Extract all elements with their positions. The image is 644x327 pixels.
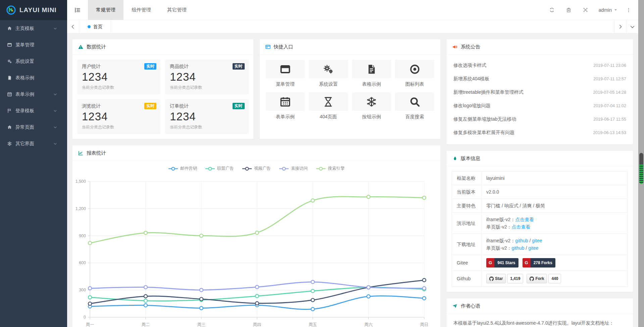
scrollbar-thumb[interactable] — [639, 153, 643, 184]
stat-box-2[interactable]: 浏览统计1234当前分类总记录数实时 — [77, 99, 160, 134]
version-link[interactable]: 点击查看 — [511, 224, 530, 230]
svg-text:900: 900 — [79, 234, 86, 238]
shortcut-4[interactable]: 表单示例 — [266, 92, 305, 120]
version-link[interactable]: github — [515, 238, 528, 243]
svg-text:600: 600 — [79, 260, 86, 265]
caret-down-icon — [614, 8, 617, 12]
shortcut-2[interactable]: 表格示例 — [352, 60, 391, 87]
window-icon — [280, 64, 291, 75]
github-fork-button[interactable]: Fork — [527, 274, 547, 283]
version-link[interactable]: github — [511, 245, 524, 251]
announcement-row-0[interactable]: 修改选项卡样式2019-07-11 23:06 — [453, 59, 626, 72]
top-nav-item-0[interactable]: 常规管理 — [88, 0, 123, 20]
stat-box-0[interactable]: 用户统计1234当前分类总记录数实时 — [77, 59, 160, 94]
file-icon — [7, 75, 12, 80]
shortcut-5[interactable]: 404页面 — [309, 92, 348, 120]
snowflake-icon — [7, 141, 12, 146]
octocat-icon — [530, 277, 534, 281]
svg-text:300: 300 — [79, 288, 86, 292]
snowflake-icon — [366, 96, 377, 108]
realtime-badge: 实时 — [144, 103, 156, 109]
tabs-scroll-right-button[interactable] — [614, 20, 626, 33]
card-window-icon — [265, 44, 271, 50]
sidebar: 主页模板菜单管理系统设置表格示例表单示例登录模板异常页面其它界面 — [0, 20, 67, 327]
version-row-0: 框架名称layuimini — [452, 171, 628, 185]
sidebar-item-2[interactable]: 系统设置 — [0, 53, 67, 70]
version-link[interactable]: gitee — [532, 238, 542, 243]
topbar: 常规管理组件管理其它管理 admin — [67, 0, 638, 20]
announcement-row-5[interactable]: 修复多模块菜单栏展开有问题2019-06-13 14:53 — [453, 126, 626, 139]
panel-version-info: 版本信息 框架名称layuimini当前版本v2.0.0主要特色零门槛 / 响应… — [446, 151, 633, 292]
shortcut-1[interactable]: 系统设置 — [309, 60, 348, 87]
announcement-row-1[interactable]: 新增系统404模板2019-07-11 12:57 — [453, 72, 626, 86]
tab-label: 首页 — [93, 24, 103, 30]
announcement-row-2[interactable]: 新增treetable插件和菜单管理样式2019-07-05 14:28 — [453, 86, 626, 99]
github-count[interactable]: 440 — [548, 274, 561, 283]
svg-text:0: 0 — [84, 315, 86, 320]
top-nav-item-2[interactable]: 其它管理 — [159, 0, 195, 20]
window-icon — [7, 42, 12, 47]
gitee-badge[interactable]: G941 Stars — [486, 258, 518, 268]
announcement-row-4[interactable]: 修复左侧菜单缩放tab无法移动2019-06-17 11:55 — [453, 113, 626, 126]
sidebar-item-6[interactable]: 异常页面 — [0, 119, 67, 135]
sidebar-item-7[interactable]: 其它界面 — [0, 135, 67, 152]
user-menu[interactable]: admin — [595, 7, 621, 13]
line-chart-icon — [78, 150, 84, 156]
legend-item-0[interactable]: 邮件营销 — [168, 166, 197, 171]
github-count[interactable]: 1,419 — [507, 274, 523, 283]
stat-box-3[interactable]: 订单统计1234当前分类总记录数实时 — [165, 99, 248, 134]
top-nav: 常规管理组件管理其它管理 — [88, 0, 195, 20]
more-menu-button[interactable] — [624, 0, 634, 20]
clear-cache-button[interactable] — [562, 0, 576, 20]
realtime-badge: 实时 — [233, 63, 245, 70]
panel-shortcuts: 快捷入口 菜单管理系统设置表格示例图标列表表单示例404页面按钮示例百度搜索 — [259, 39, 441, 139]
sidebar-item-3[interactable]: 表格示例 — [0, 70, 67, 86]
realtime-badge: 实时 — [144, 63, 156, 70]
sidebar-item-0[interactable]: 主页模板 — [0, 20, 67, 37]
flag-icon — [7, 108, 12, 113]
svg-text:周二: 周二 — [142, 322, 150, 327]
sidebar-item-5[interactable]: 登录模板 — [0, 103, 67, 119]
tabs-menu-button[interactable] — [626, 20, 638, 33]
panel-title: 版本信息 — [461, 155, 480, 162]
home-icon — [7, 125, 12, 130]
version-row-5: GiteeG941 StarsG278 Forks — [452, 255, 628, 271]
svg-text:周五: 周五 — [309, 322, 317, 327]
tabs-scroll-left-button[interactable] — [67, 20, 79, 33]
legend-item-3[interactable]: 直接访问 — [279, 166, 308, 171]
version-link[interactable]: 点击查看 — [515, 217, 534, 222]
legend-item-2[interactable]: 视频广告 — [242, 166, 271, 171]
announcement-row-3[interactable]: 修改logo缩放问题2019-07-04 11:02 — [453, 99, 626, 113]
chart-legend: 邮件营销联盟广告视频广告直接访问搜索引擎 — [72, 161, 440, 172]
bullhorn-icon — [452, 44, 458, 50]
svg-text:周日: 周日 — [420, 322, 429, 327]
legend-item-4[interactable]: 搜索引擎 — [316, 166, 345, 171]
sidebar-item-4[interactable]: 表单示例 — [0, 86, 67, 103]
refresh-button[interactable] — [545, 0, 559, 20]
active-tab-dot-icon — [88, 25, 91, 28]
line-chart: 03006009001,2001,500周一周二周三周四周五周六周日 — [72, 172, 440, 327]
panel-announcements: 系统公告 修改选项卡样式2019-07-11 23:06新增系统404模板201… — [446, 39, 633, 145]
version-link[interactable]: gitee — [528, 245, 538, 251]
shortcut-3[interactable]: 图标列表 — [395, 60, 434, 87]
app-logo[interactable]: LAYUI MINI — [0, 0, 67, 20]
sidebar-collapse-button[interactable] — [67, 0, 88, 20]
tab-home[interactable]: 首页 — [79, 20, 111, 33]
panel-title: 系统公告 — [461, 44, 480, 50]
shortcut-6[interactable]: 按钮示例 — [352, 92, 391, 120]
shortcut-7[interactable]: 百度搜索 — [395, 92, 434, 120]
panel-title: 报表统计 — [87, 150, 106, 156]
author-line1: 本模板基于layui2.5.4以及font-awesome-4.7.0进行实现。… — [453, 318, 626, 327]
version-row-2: 主要特色零门槛 / 响应式 / 清爽 / 极简 — [452, 199, 628, 213]
legend-item-1[interactable]: 联盟广告 — [205, 166, 234, 171]
version-row-4: 下载地址iframe版-v2：github / gitee单页版-v2：gith… — [452, 234, 628, 255]
shortcut-0[interactable]: 菜单管理 — [266, 60, 305, 87]
top-nav-item-1[interactable]: 组件管理 — [123, 0, 159, 20]
sidebar-item-1[interactable]: 菜单管理 — [0, 37, 67, 53]
stat-box-1[interactable]: 商品统计1234当前分类总记录数实时 — [165, 59, 248, 94]
github-star-button[interactable]: Star — [486, 274, 506, 283]
scrollbar-track[interactable] — [638, 0, 644, 327]
panel-report-chart: 报表统计 邮件营销联盟广告视频广告直接访问搜索引擎 03006009001,20… — [72, 145, 441, 327]
gitee-badge[interactable]: G278 Forks — [523, 258, 555, 268]
fullscreen-button[interactable] — [579, 0, 593, 20]
